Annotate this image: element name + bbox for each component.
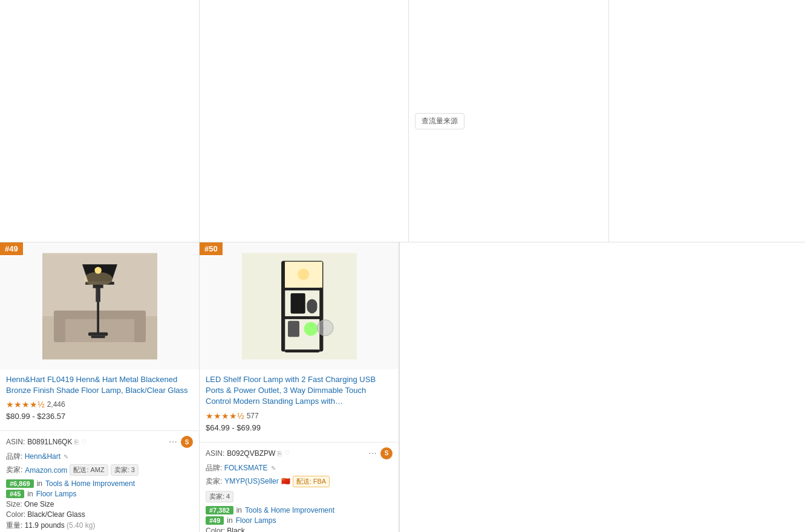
color-line-50: Color: Black: [206, 527, 393, 532]
rank1-num-49: #6,869: [6, 479, 34, 488]
svg-point-23: [298, 268, 309, 280]
rank1-cat-49[interactable]: Tools & Home Improvement: [45, 479, 135, 488]
asin-label-49: ASIN:: [6, 438, 25, 446]
color-value-50: Black: [227, 527, 244, 532]
asin-value-49: B0891LN6QK: [27, 438, 72, 446]
brand-line-50: 品牌: FOLKSMATE ✎: [206, 463, 393, 473]
detail-header-49: ASIN: B0891LN6QK ⎘ ♡ ⋯ S: [6, 436, 193, 448]
brand-value-50[interactable]: FOLKSMATE: [224, 464, 268, 472]
rank1-in-50: in: [236, 506, 242, 514]
more-icon-49[interactable]: ⋯: [169, 437, 177, 447]
rank-row2-49: #45 in Floor Lamps: [6, 490, 193, 498]
seller-value-49[interactable]: Amazon.com: [25, 466, 67, 475]
svg-text:›: ›: [322, 323, 324, 331]
product-image-50[interactable]: ›: [200, 242, 399, 369]
star-icons-49: ★★★★½: [6, 400, 45, 409]
rank-row1-50: #7,382 in Tools & Home Improvement: [206, 506, 393, 514]
svg-rect-4: [54, 313, 65, 342]
review-count-49: 2,446: [47, 400, 65, 409]
color-line-49: Color: Black/Clear Glass: [6, 510, 193, 519]
product-title-49[interactable]: Henn&Hart FL0419 Henn& Hart Metal Blacke…: [6, 374, 193, 396]
svg-point-30: [317, 319, 333, 336]
svg-point-14: [94, 267, 101, 273]
svg-rect-13: [93, 284, 103, 288]
shipping-badge-50: 配送: FBA: [293, 476, 330, 487]
svg-rect-29: [285, 349, 319, 352]
svg-rect-27: [288, 320, 299, 337]
top-source-button[interactable]: 查流量来源: [415, 113, 464, 129]
rank2-cat-49[interactable]: Floor Lamps: [36, 490, 77, 498]
price-range-50: $64.99 - $69.99: [206, 423, 393, 432]
asin-line-49: ASIN: B0891LN6QK ⎘ ♡: [6, 438, 87, 446]
seller-count-line-50: 卖家: 4: [206, 491, 393, 502]
color-label-49: Color:: [6, 510, 25, 519]
svg-point-28: [304, 322, 318, 336]
svg-rect-19: [282, 287, 322, 290]
rank2-in-49: in: [27, 490, 33, 498]
product-card-49: #49: [0, 242, 200, 532]
rank1-num-50: #7,382: [206, 506, 233, 514]
stars-50: ★★★★½ 577: [206, 411, 393, 421]
lamp-svg-49: [42, 250, 157, 362]
stars-49: ★★★★½ 2,446: [6, 400, 193, 409]
right-partial-area: [608, 0, 806, 242]
lamp-svg-50: ›: [242, 250, 357, 362]
svg-rect-5: [134, 313, 146, 342]
price-range-49: $80.99 - $236.57: [6, 412, 193, 421]
size-line-49: Size: One Size: [6, 500, 193, 508]
copy-icon-49[interactable]: ⎘: [74, 438, 79, 446]
more-icon-50[interactable]: ⋯: [368, 449, 377, 458]
product-info-50: LED Shelf Floor Lamp with 2 Fast Chargin…: [200, 369, 399, 442]
weight-line-49: 重量: 11.9 pounds (5.40 kg): [6, 521, 193, 531]
rank1-in-49: in: [37, 479, 42, 488]
heart-icon-50[interactable]: ♡: [284, 449, 290, 457]
products-grid: #49: [0, 242, 805, 532]
weight-value-49: 11.9 pounds: [25, 521, 65, 530]
asin-label-50: ASIN:: [206, 449, 224, 458]
shipping-badge-49: 配送: AMZ: [70, 464, 108, 476]
seller-line-49: 卖家: Amazon.com 配送: AMZ 卖家: 3: [6, 464, 193, 476]
s-badge-50: S: [380, 447, 393, 459]
card-detail-50: ASIN: B092QVBZPW ⎘ ♡ ⋯ S 品牌: FOLKSMATE ✎: [200, 442, 399, 532]
asin-value-50: B092QVBZPW: [227, 449, 275, 458]
svg-rect-7: [88, 332, 108, 336]
top-card-left: [0, 0, 200, 242]
cn-flag-50: 🇨🇳: [281, 477, 290, 485]
asin-line-50: ASIN: B092QVBZPW ⎘ ♡: [206, 449, 290, 458]
svg-rect-20: [282, 316, 322, 319]
product-info-49: Henn&Hart FL0419 Henn& Hart Metal Blacke…: [0, 369, 199, 430]
svg-point-11: [83, 271, 112, 285]
seller-count-50: 卖家: 4: [206, 491, 233, 502]
review-count-50: 577: [247, 412, 259, 420]
rank2-num-49: #45: [6, 490, 24, 498]
rank-badge-50: #50: [200, 242, 223, 255]
svg-rect-26: [307, 299, 317, 313]
weight-label-49: 重量:: [6, 521, 22, 530]
seller-value-50[interactable]: YMYP(US)Seller: [224, 477, 278, 485]
brand-label-50: 品牌:: [206, 464, 222, 472]
brand-value-49[interactable]: Henn&Hart: [25, 452, 60, 461]
svg-rect-25: [290, 293, 305, 313]
rank-row1-49: #6,869 in Tools & Home Improvement: [6, 479, 193, 488]
product-title-50[interactable]: LED Shelf Floor Lamp with 2 Fast Chargin…: [206, 374, 393, 407]
top-card-right: 查流量来源: [409, 0, 608, 242]
brand-edit-icon-49[interactable]: ✎: [64, 453, 68, 460]
seller-label-50: 卖家:: [206, 476, 222, 487]
product-image-49[interactable]: [0, 242, 199, 369]
s-badge-49: S: [181, 436, 193, 448]
brand-line-49: 品牌: Henn&Hart ✎: [6, 452, 193, 462]
top-card-middle: [200, 0, 409, 242]
rank2-num-50: #49: [206, 516, 224, 525]
brand-label-49: 品牌:: [6, 452, 22, 461]
svg-rect-17: [282, 261, 285, 350]
svg-rect-3: [54, 310, 146, 319]
rank2-cat-50[interactable]: Floor Lamps: [236, 516, 276, 525]
copy-icon-50[interactable]: ⎘: [278, 450, 282, 457]
right-partial-card: [399, 242, 805, 532]
brand-edit-icon-50[interactable]: ✎: [271, 465, 276, 472]
heart-icon-49[interactable]: ♡: [81, 438, 87, 446]
rank1-cat-50[interactable]: Tools & Home Improvement: [245, 506, 334, 514]
rank-row2-50: #49 in Floor Lamps: [206, 516, 393, 525]
color-value-49: Black/Clear Glass: [27, 510, 85, 519]
seller-label-49: 卖家:: [6, 465, 22, 475]
